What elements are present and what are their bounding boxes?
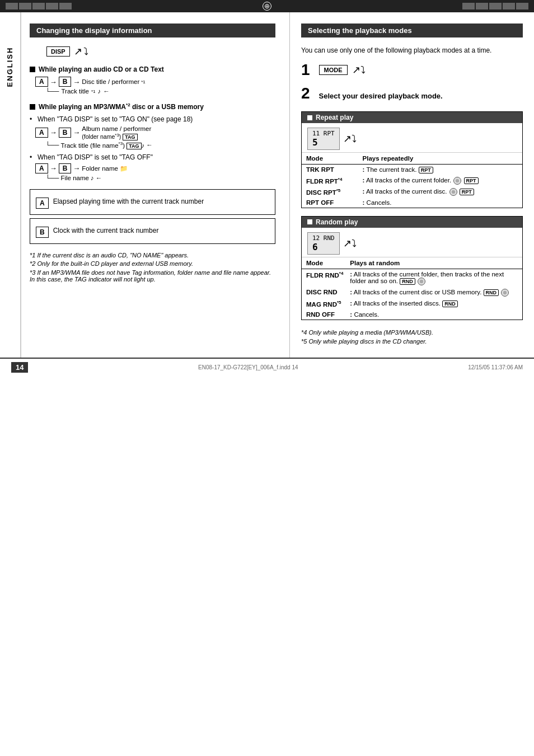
- track-file-text: Track title (file name*3) TAG♪: [60, 141, 144, 149]
- tag-on-section: • When "TAG DISP" is set to "TAG ON" (se…: [30, 115, 275, 149]
- sub-section-cd: While playing an audio CD or a CD Text: [30, 65, 275, 73]
- random-diagram-arrow: ↗⤵: [343, 237, 357, 250]
- random-table-header: Mode Plays at random: [302, 257, 522, 269]
- footnote-5: *5 Only while playing discs in the CD ch…: [301, 337, 523, 346]
- disc-title-text: Disc title / performer: [82, 78, 139, 85]
- track-file-row: └── Track title (file name*3) TAG♪ ←: [45, 141, 275, 149]
- disp-button: DISP: [46, 46, 70, 57]
- box-b-indicator: B: [36, 227, 49, 238]
- random-title-text: Random play: [316, 218, 358, 226]
- left-section-title-text: Changing the display information: [36, 26, 152, 35]
- right-seg-group: [462, 3, 528, 10]
- footnote-3: *3 If an MP3/WMA file does not have Tag …: [30, 269, 275, 283]
- disc-icon: [418, 278, 425, 285]
- random-display-num: 6: [312, 242, 318, 252]
- random-table-row: DISC RND: All tracks of the current disc…: [302, 287, 522, 298]
- repeat-diagram-arrow: ↗⤵: [343, 133, 357, 145]
- tag-off-bullet: • When "TAG DISP" is set to "TAG OFF": [30, 153, 275, 161]
- seg-5: [59, 3, 72, 10]
- random-table-row: FLDR RND*4: All tracks of the current fo…: [302, 269, 522, 287]
- left-section-title: Changing the display information: [30, 24, 275, 37]
- footnote-4: *4 Only while playing a media (MP3/WMA/U…: [301, 328, 523, 337]
- repeat-table-row: DISC RPT*5: All tracks of the current di…: [302, 186, 522, 198]
- box-a3: A: [35, 163, 48, 173]
- tag-off-text: When "TAG DISP" is set to "TAG OFF": [38, 153, 153, 161]
- tag-on-text: When "TAG DISP" is set to "TAG ON" (see …: [38, 115, 193, 123]
- random-play-section: Random play 12 RND 6 ↗⤵ Mode Plays at ra…: [301, 216, 523, 320]
- tag-off-section: • When "TAG DISP" is set to "TAG OFF" A …: [30, 153, 275, 181]
- rnd-badge: RND: [484, 289, 499, 296]
- return-arrow-2: ←: [146, 142, 153, 148]
- file-info-left: EN08-17_KD-G722[EY]_006A_f.indd 14: [198, 364, 298, 370]
- step-2-area: 2 Select your desired playback mode.: [301, 86, 523, 106]
- repeat-row-key: FLDR RPT*4: [302, 175, 358, 186]
- rpt-badge: RPT: [460, 189, 474, 195]
- rnd-badge: RND: [442, 300, 458, 307]
- repeat-mode-table: Mode Plays repeatedly TRK RPT: The curre…: [302, 153, 522, 208]
- file-name-row: └── File name ♪ ←: [45, 175, 275, 181]
- box-b-label: B: [59, 77, 72, 87]
- arrow-4: →: [73, 128, 80, 137]
- footnote-1: *1 If the current disc is an audio CD, "…: [30, 252, 275, 259]
- disc-icon: [449, 188, 457, 196]
- flow-row-2: A → B → Album name / performer (folder n…: [35, 125, 275, 140]
- sup-mp3: *2: [126, 102, 130, 107]
- seg-8: [489, 3, 502, 10]
- seg-1: [6, 3, 18, 10]
- repeat-row-desc: : All tracks of the current disc. RPT: [358, 186, 522, 198]
- file-info-right: 12/15/05 11:37:06 AM: [468, 364, 523, 370]
- repeat-table-row: TRK RPT: The current track. RPT: [302, 165, 522, 175]
- page-number: 14: [11, 362, 28, 373]
- track-title-text: Track title: [61, 88, 88, 95]
- folder-name-text: Folder name: [82, 165, 118, 172]
- disp-curve-line: ⤵: [83, 46, 88, 58]
- box-b-description: Clock with the current track number: [53, 227, 159, 234]
- file-name-text: File name: [60, 175, 89, 181]
- box-a-desc-row: A Elapsed playing time with the current …: [36, 198, 269, 209]
- random-play-title: Random play: [302, 217, 522, 228]
- bullet-square-2: [30, 104, 35, 110]
- box-a-label: A: [35, 77, 48, 87]
- seg-7: [476, 3, 488, 10]
- bullet-dot-1: •: [30, 115, 35, 123]
- flow-row-1: A → B → Disc title / performer *1: [35, 77, 275, 87]
- arrow-5: →: [50, 164, 57, 172]
- random-mode-table: Mode Plays at random FLDR RND*4: All tra…: [302, 257, 522, 320]
- box-a-description: Elapsed playing time with the current tr…: [53, 198, 204, 205]
- step-1-area: 1 MODE ↗⤵: [301, 62, 523, 78]
- repeat-plays-col: Plays repeatedly: [358, 153, 522, 165]
- sup-track: *1: [91, 89, 96, 94]
- random-display-line1: 12 RND: [312, 234, 335, 242]
- intro-text: You can use only one of the following pl…: [301, 45, 523, 55]
- right-section-title-text: Selecting the playback modes: [308, 26, 412, 35]
- repeat-row-desc: : The current track. RPT: [358, 165, 522, 175]
- tag-on-bullet: • When "TAG DISP" is set to "TAG ON" (se…: [30, 115, 275, 123]
- rnd-badge: RND: [400, 278, 415, 285]
- repeat-table-row: RPT OFF: Cancels.: [302, 198, 522, 208]
- rpt-badge: RPT: [419, 167, 433, 173]
- track-arrow-back: └──: [45, 88, 59, 95]
- box-a-desc-container: A Elapsed playing time with the current …: [30, 189, 275, 215]
- file-back: └──: [45, 175, 59, 181]
- random-row-key: DISC RND: [302, 287, 345, 298]
- repeat-lcd: 11 RPT 5: [307, 128, 340, 150]
- center-crosshair: ⊕: [263, 2, 271, 11]
- random-row-desc: : Cancels.: [345, 309, 522, 320]
- step-1-number: 1: [301, 62, 310, 78]
- random-plays-col: Plays at random: [345, 257, 522, 269]
- bullet-dot-2: •: [30, 153, 35, 161]
- box-b3: B: [59, 163, 72, 173]
- repeat-display-line1: 11 RPT: [312, 130, 335, 137]
- sub-section-mp3-title: While playing an MP3/WMA*2 disc or a USB…: [39, 102, 204, 111]
- mode-arrow: ↗⤵: [352, 64, 366, 76]
- seg-2: [19, 3, 31, 10]
- disp-area: DISP ↗ ⤵: [46, 45, 275, 58]
- random-row-desc: : All tracks of the inserted discs. RND: [345, 298, 522, 309]
- seg-3: [32, 3, 45, 10]
- repeat-display-num: 5: [312, 137, 318, 148]
- repeat-mode-col: Mode: [302, 153, 358, 165]
- random-play-diagram: 12 RND 6 ↗⤵: [302, 228, 522, 257]
- crosshair-icon: ⊕: [263, 2, 271, 11]
- track-title-row: └── Track title *1 ♪ ←: [45, 88, 275, 95]
- mode-button: MODE: [319, 65, 348, 75]
